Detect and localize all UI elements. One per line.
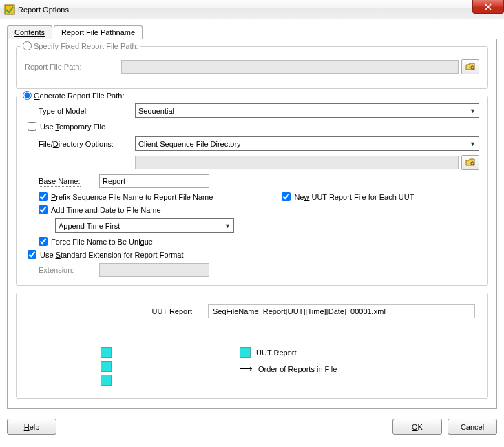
title-bar: Report Options: [0, 0, 504, 19]
radio-specify-fixed[interactable]: [23, 41, 32, 50]
type-of-model-select[interactable]: Sequential ▼: [135, 103, 479, 118]
legend-uut-report: UUT Report: [240, 346, 337, 360]
legend-order-of-reports: ⟶ Order of Reports in File: [240, 364, 337, 374]
preview-box: UUT Report: SeqFileName_Report[UUT][Time…: [16, 293, 488, 399]
window-title: Report Options: [18, 6, 69, 14]
report-file-path-input: [121, 60, 459, 74]
checkbox-prefix-sequence-file-name[interactable]: Prefix Sequence File Name to Report File…: [39, 192, 213, 201]
uut-report-label: UUT Report:: [29, 307, 208, 315]
arrow-right-icon: ⟶: [240, 364, 253, 374]
type-of-model-label: Type of Model:: [39, 107, 135, 115]
cyan-box-icon: [240, 347, 251, 358]
cyan-box-icon: [101, 347, 112, 358]
checkbox-add-time-and-date[interactable]: Add Time and Date to File Name: [39, 205, 161, 214]
checkbox-use-temporary-file[interactable]: Use Temporary File: [28, 122, 105, 131]
extension-input: [99, 263, 209, 277]
cyan-box-icon: [101, 361, 112, 372]
base-name-input[interactable]: [99, 174, 209, 188]
file-directory-options-select[interactable]: Client Sequence File Directory ▼: [135, 136, 479, 151]
cyan-box-icon: [101, 375, 112, 386]
footer: Help OK Cancel: [0, 416, 504, 441]
checkbox-force-file-name-unique[interactable]: Force File Name to Be Unique: [39, 237, 153, 246]
folder-search-icon: [465, 158, 475, 167]
cancel-button[interactable]: Cancel: [448, 419, 497, 435]
tab-content: Specify Fixed Report File Path: Report F…: [7, 39, 497, 409]
base-name-label: Base Name:: [39, 177, 99, 185]
radio-generate[interactable]: [23, 91, 32, 100]
chevron-down-icon: ▼: [470, 141, 476, 147]
group-generate: Generate Report File Path: Type of Model…: [16, 96, 488, 286]
folder-search-icon: [465, 63, 475, 71]
group-specify-fixed-legend[interactable]: Specify Fixed Report File Path:: [21, 41, 140, 50]
append-time-value: Append Time First: [59, 222, 120, 230]
app-icon: [4, 4, 15, 15]
tab-contents[interactable]: Contents: [7, 25, 52, 39]
report-order-stack: [101, 346, 112, 387]
browse-directory-button[interactable]: [461, 155, 479, 170]
file-directory-options-label: File/Directory Options:: [39, 140, 135, 148]
file-directory-path-input: [135, 156, 459, 169]
report-file-path-label: Report File Path:: [25, 63, 121, 71]
tab-row: Contents Report File Pathname: [7, 25, 497, 39]
ok-button[interactable]: OK: [392, 419, 442, 435]
group-generate-legend[interactable]: Generate Report File Path:: [21, 91, 125, 100]
group-specify-fixed: Specify Fixed Report File Path: Report F…: [16, 46, 488, 89]
checkbox-use-standard-extension[interactable]: Use Standard Extension for Report Format: [28, 250, 184, 259]
close-button[interactable]: [472, 0, 504, 14]
help-button[interactable]: Help: [7, 419, 56, 435]
chevron-down-icon: ▼: [224, 222, 231, 229]
chevron-down-icon: ▼: [470, 107, 476, 114]
uut-report-path: SeqFileName_Report[UUT][Time][Date]_0000…: [208, 304, 475, 318]
checkbox-new-uut-report-file[interactable]: New UUT Report File for Each UUT: [282, 192, 414, 201]
tab-report-file-pathname[interactable]: Report File Pathname: [54, 25, 143, 39]
extension-label: Extension:: [39, 266, 99, 274]
file-directory-options-value: Client Sequence File Directory: [138, 140, 241, 148]
type-of-model-value: Sequential: [138, 107, 174, 115]
append-time-select[interactable]: Append Time First ▼: [55, 218, 234, 233]
browse-file-path-button[interactable]: [461, 59, 479, 74]
